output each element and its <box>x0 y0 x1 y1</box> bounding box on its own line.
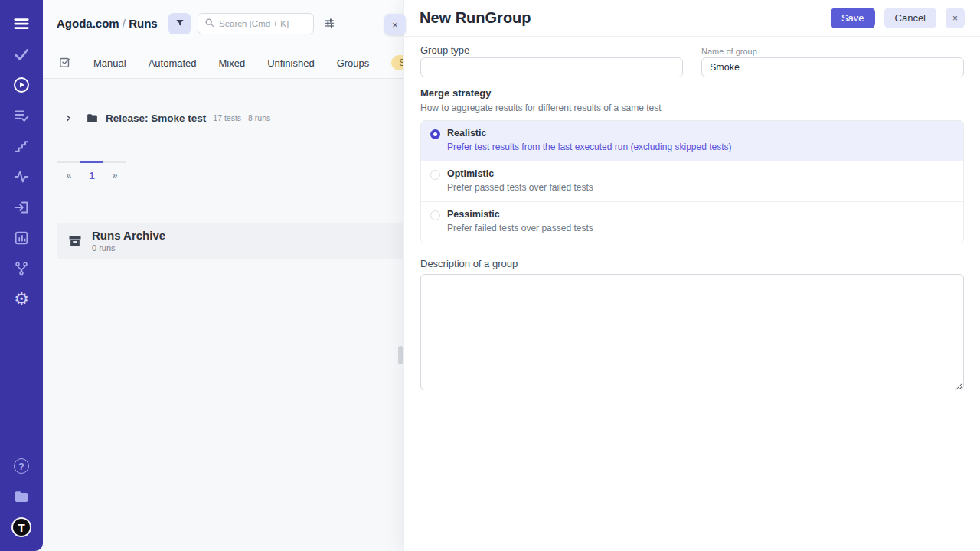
archive-title: Runs Archive <box>92 230 165 243</box>
description-textarea[interactable] <box>420 274 964 390</box>
pagination: « 1 » <box>57 161 126 187</box>
app-logo-avatar[interactable]: T <box>11 517 31 537</box>
app-sidebar: ⚙ ? T <box>0 0 43 551</box>
projects-folder-icon[interactable] <box>11 487 31 507</box>
filter-button[interactable] <box>168 13 191 34</box>
new-rungroup-drawer: New RunGroup Save Cancel × Group type Na… <box>403 0 980 551</box>
tab-automated[interactable]: Automated <box>149 57 197 69</box>
breadcrumb-project[interactable]: Agoda.com <box>57 17 119 30</box>
description-label: Description of a group <box>420 258 964 269</box>
tab-unfinished[interactable]: Unfinished <box>267 57 314 69</box>
breadcrumb-page[interactable]: Runs <box>129 17 158 30</box>
test-plans-list-check-icon[interactable] <box>11 106 31 126</box>
select-all-icon[interactable] <box>58 56 71 70</box>
name-of-group-input[interactable] <box>701 57 964 77</box>
menu-icon[interactable] <box>11 14 31 34</box>
run-group-row[interactable]: Release: Smoke test 17 tests 8 runs <box>43 106 403 129</box>
group-type-input[interactable] <box>420 57 683 77</box>
option-description: Prefer test results from the last execut… <box>447 142 732 152</box>
tab-mixed[interactable]: Mixed <box>219 57 246 69</box>
name-of-group-field: Name of group <box>701 44 964 77</box>
severity-badge[interactable]: Severity <box>391 55 403 70</box>
close-icon[interactable]: × <box>946 8 965 28</box>
folder-icon <box>86 112 99 125</box>
merge-strategy-label: Merge strategy <box>420 87 964 99</box>
runs-panel-header: Agoda.com / Runs Manual Automated Mixed … <box>43 0 403 79</box>
runs-list-panel: Agoda.com / Runs Manual Automated Mixed … <box>43 0 403 551</box>
chevron-right-icon[interactable] <box>64 114 73 122</box>
tab-groups[interactable]: Groups <box>337 57 370 69</box>
drawer-actions: Save Cancel × <box>831 8 965 28</box>
analytics-bar-chart-icon[interactable] <box>11 228 31 248</box>
search-icon <box>204 17 214 31</box>
option-pessimistic[interactable]: Pessimistic Prefer failed tests over pas… <box>421 202 963 243</box>
radio-pessimistic[interactable] <box>430 210 440 220</box>
tests-check-icon[interactable] <box>11 44 31 64</box>
merge-strategy-options: Realistic Prefer test results from the l… <box>420 120 964 243</box>
drawer-collapse-button[interactable]: × <box>384 14 406 35</box>
import-icon[interactable] <box>11 197 31 217</box>
funnel-icon <box>175 18 185 31</box>
option-label: Realistic <box>447 128 732 139</box>
rungroup-form: Group type Name of group Merge strategy … <box>404 37 980 393</box>
settings-gear-icon[interactable]: ⚙ <box>11 289 31 309</box>
save-button[interactable]: Save <box>831 8 875 28</box>
drawer-header: New RunGroup Save Cancel × <box>404 0 980 37</box>
archive-box-icon <box>67 233 83 249</box>
adjustments-sliders-icon[interactable] <box>320 15 338 34</box>
option-label: Pessimistic <box>447 209 593 220</box>
merge-strategy-hint: How to aggregate results for different r… <box>420 103 964 113</box>
radio-optimistic[interactable] <box>430 170 440 180</box>
help-icon[interactable]: ? <box>11 456 31 476</box>
git-branch-icon[interactable] <box>11 259 31 279</box>
page-title: New RunGroup <box>420 9 531 27</box>
option-optimistic[interactable]: Optimistic Prefer passed tests over fail… <box>421 161 963 202</box>
tab-manual[interactable]: Manual <box>93 57 126 69</box>
group-type-label: Group type <box>420 44 683 57</box>
option-realistic[interactable]: Realistic Prefer test results from the l… <box>421 121 963 161</box>
run-group-title[interactable]: Release: Smoke test <box>106 112 206 124</box>
option-label: Optimistic <box>447 168 593 179</box>
breadcrumb: Agoda.com / Runs <box>57 17 158 30</box>
runs-archive-row[interactable]: Runs Archive 0 runs <box>57 223 403 259</box>
runs-panel-content: Release: Smoke test 17 tests 8 runs « 1 … <box>43 79 403 551</box>
option-description: Prefer passed tests over failed tests <box>447 182 593 193</box>
tests-count: 17 tests <box>213 113 241 122</box>
activity-pulse-icon[interactable] <box>11 167 31 187</box>
breadcrumb-separator: / <box>119 17 129 30</box>
group-type-field: Group type <box>420 44 683 77</box>
archive-subtitle: 0 runs <box>92 243 165 253</box>
pagination-page-1[interactable]: 1 <box>80 161 103 187</box>
radio-realistic[interactable] <box>430 129 440 139</box>
search-box <box>198 13 314 34</box>
name-of-group-label: Name of group <box>701 44 964 57</box>
milestones-steps-icon[interactable] <box>11 136 31 156</box>
runs-play-circle-icon[interactable] <box>11 75 31 95</box>
panel-scrollbar-thumb[interactable] <box>398 346 403 364</box>
option-description: Prefer failed tests over passed tests <box>447 223 593 233</box>
filter-tabs-row: Manual Automated Mixed Unfinished Groups… <box>43 47 403 79</box>
search-input[interactable] <box>219 19 303 28</box>
cancel-button[interactable]: Cancel <box>884 8 936 28</box>
pagination-next[interactable]: » <box>103 161 126 187</box>
pagination-prev[interactable]: « <box>57 161 80 187</box>
runs-count: 8 runs <box>248 113 270 122</box>
